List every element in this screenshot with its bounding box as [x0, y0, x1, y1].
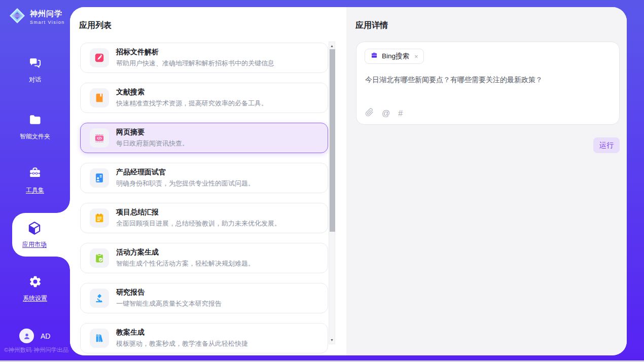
toolbox-icon [28, 166, 42, 183]
app-card-list: 招标文件解析 帮助用户快速、准确地理解和解析招标书中的关键信息 [80, 43, 328, 353]
brand-subtitle: Smart Vision [30, 20, 65, 25]
sidebar-item-settings[interactable]: 系统设置 [0, 275, 70, 303]
avatar [19, 329, 34, 343]
run-button[interactable]: 运行 [593, 137, 620, 153]
input-toolbar: @ # [365, 108, 403, 119]
app-list-title: 应用列表 [79, 20, 112, 31]
app-name: 活动方案生成 [116, 248, 255, 257]
app-card-lesson-plan[interactable]: 教案生成 模板驱动，教案秒成，教学准备从此轻松快捷 [80, 323, 328, 353]
sidebar-item-toolbox[interactable]: 工具集 [0, 166, 70, 195]
app-description: 快速精准查找学术资源，提高研究效率的必备工具。 [116, 99, 268, 108]
app-card-pm-interviewer[interactable]: 产品经理面试官 明确身份和职责，为您提供专业性的面试问题。 [80, 163, 328, 193]
sidebar: 神州问学 Smart Vision 对话 智能文件夹 [0, 0, 70, 362]
app-name: 招标文件解析 [116, 48, 274, 57]
gear-icon [28, 275, 42, 291]
sidebar-footer: ©神州数码·神州问学出品 [0, 346, 70, 354]
folder-icon [28, 113, 42, 129]
app-description: 每日政府新闻资讯快查。 [116, 139, 189, 148]
app-card-project-summary[interactable]: 项目总结汇报 全面回顾项目进展，总结经验教训，助力未来优化发展。 [80, 203, 328, 233]
app-card-research-report[interactable]: 研究报告 一键智能生成高质量长文本研究报告 [80, 283, 328, 313]
app-description: 明确身份和职责，为您提供专业性的面试问题。 [116, 179, 255, 188]
app-card-literature-search[interactable]: 文献搜索 快速精准查找学术资源，提高研究效率的必备工具。 [80, 83, 328, 113]
app-description: 智能生成个性化活动方案，轻松解决规划难题。 [116, 259, 255, 268]
scrollbar-down-arrow[interactable]: ▼ [329, 337, 335, 343]
briefcase-icon [370, 51, 378, 61]
cube-icon [27, 221, 42, 238]
app-name: 文献搜索 [116, 88, 268, 97]
sidebar-item-label: 应用市场 [22, 240, 47, 249]
sidebar-item-label: 工具集 [26, 186, 44, 195]
scrollbar-up-arrow[interactable]: ▲ [329, 43, 335, 49]
diamond-logo-icon [8, 7, 26, 27]
interview-doc-icon [90, 168, 109, 188]
app-name: 产品经理面试官 [116, 168, 255, 177]
app-name: 教案生成 [116, 328, 248, 337]
books-icon [90, 329, 109, 348]
mention-icon[interactable]: @ [382, 110, 390, 118]
microscope-icon [90, 288, 109, 308]
scrollbar-thumb[interactable] [330, 49, 335, 232]
hash-icon[interactable]: # [398, 110, 403, 118]
app-description: 帮助用户快速、准确地理解和解析招标书中的关键信息 [116, 59, 274, 68]
sidebar-item-label: 智能文件夹 [20, 132, 50, 141]
app-name: 项目总结汇报 [116, 208, 281, 217]
tool-tag-bing-search[interactable]: Bing搜索 × [365, 49, 424, 64]
sidebar-item-label: 系统设置 [23, 294, 47, 303]
app-description: 全面回顾项目进展，总结经验教训，助力未来优化发展。 [116, 219, 281, 228]
user-name: AD [41, 332, 50, 340]
chat-icon [28, 56, 42, 72]
attachment-icon[interactable] [365, 108, 374, 119]
app-card-bid-parsing[interactable]: 招标文件解析 帮助用户快速、准确地理解和解析招标书中的关键信息 [80, 43, 328, 73]
report-note-icon [90, 208, 109, 228]
sidebar-item-label: 对话 [29, 76, 41, 84]
app-detail-title: 应用详情 [355, 20, 388, 31]
app-description: 一键智能生成高质量长文本研究报告 [116, 299, 222, 308]
app-card-event-plan[interactable]: 活动方案生成 智能生成个性化活动方案，轻松解决规划难题。 [80, 243, 328, 273]
app-card-web-summary[interactable]: 网页摘要 每日政府新闻资讯快查。 [80, 123, 328, 153]
app-name: 研究报告 [116, 288, 222, 297]
sidebar-item-chat[interactable]: 对话 [0, 56, 70, 84]
prompt-input-card[interactable]: Bing搜索 × 今日湖北有哪些新闻要点？有哪些需要关注的最新政策？ @ # [356, 42, 620, 125]
pen-square-icon [90, 48, 109, 67]
scrollbar[interactable]: ▲ ▼ [329, 42, 335, 344]
sidebar-item-smart-folder[interactable]: 智能文件夹 [0, 113, 70, 141]
book-icon [90, 88, 109, 107]
brand-name: 神州问学 [30, 9, 65, 19]
close-icon[interactable]: × [414, 53, 418, 60]
tool-tag-label: Bing搜索 [382, 52, 409, 61]
browser-code-icon [90, 128, 109, 148]
clipboard-check-icon [90, 248, 109, 268]
query-text[interactable]: 今日湖北有哪些新闻要点？有哪些需要关注的最新政策？ [365, 75, 611, 85]
app-detail-panel: 应用详情 Bing搜索 × 今日湖北有哪些新闻要点？有哪些需要关注的最新政策？ [346, 7, 627, 355]
app-description: 模板驱动，教案秒成，教学准备从此轻松快捷 [116, 339, 248, 348]
main-content: 应用列表 招标文件解析 帮助用户快速、准确地理解和解析招标书中的关键信息 [70, 7, 627, 355]
sidebar-item-app-market[interactable]: 应用市场 [12, 213, 70, 257]
app-name: 网页摘要 [116, 128, 189, 137]
app-list-panel: 应用列表 招标文件解析 帮助用户快速、准确地理解和解析招标书中的关键信息 [70, 7, 346, 355]
brand-logo: 神州问学 Smart Vision [8, 7, 65, 27]
user-account[interactable]: AD [19, 329, 50, 343]
